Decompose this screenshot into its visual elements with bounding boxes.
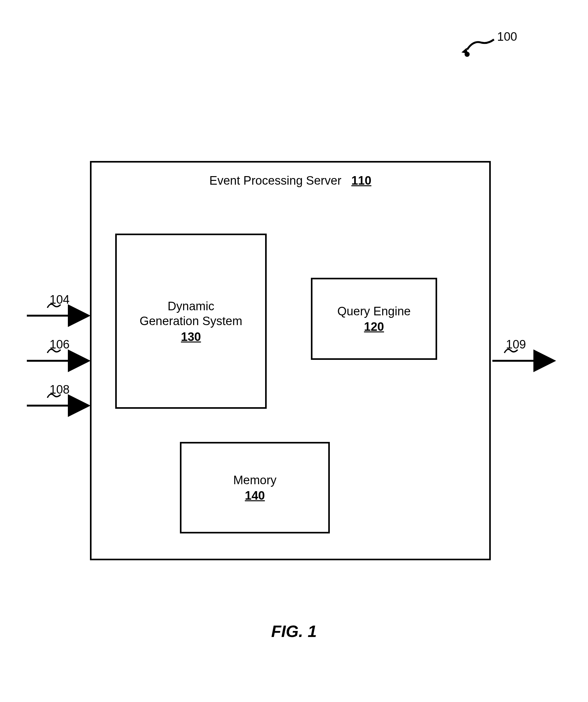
memory-ref: 140 — [245, 489, 265, 502]
diagram-canvas: Event Processing Server 110 Dynamic Gene… — [0, 0, 588, 702]
server-ref: 110 — [351, 174, 371, 187]
ref-109: 109 — [506, 338, 526, 351]
ref-108: 108 — [49, 383, 70, 396]
query-line1: Query Engine — [337, 304, 410, 319]
query-ref: 120 — [364, 320, 384, 334]
server-title-row: Event Processing Server 110 — [92, 174, 489, 188]
dynamic-line1: Dynamic — [167, 299, 214, 314]
dynamic-line2: Generation System — [139, 314, 242, 329]
memory-line1: Memory — [233, 473, 276, 488]
ref-100: 100 — [497, 30, 517, 43]
figure-caption: FIG. 1 — [0, 622, 588, 641]
svg-point-4 — [465, 52, 470, 57]
query-engine-box: Query Engine 120 — [311, 278, 437, 360]
memory-box: Memory 140 — [180, 442, 330, 534]
ref-104: 104 — [49, 293, 70, 307]
figure-ref-arrow — [461, 39, 494, 57]
dynamic-generation-box: Dynamic Generation System 130 — [115, 234, 267, 409]
ref-106: 106 — [49, 338, 70, 351]
dynamic-ref: 130 — [181, 330, 201, 344]
server-title: Event Processing Server — [209, 174, 341, 187]
